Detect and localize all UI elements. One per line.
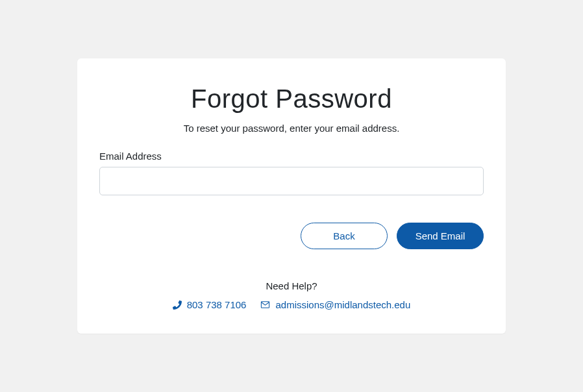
page-subtitle: To reset your password, enter your email… xyxy=(99,123,484,134)
help-phone-text: 803 738 7106 xyxy=(187,299,247,310)
email-label: Email Address xyxy=(99,151,484,162)
help-section: Need Help? 803 738 7106 admissions@midla… xyxy=(99,280,484,310)
help-email-text: admissions@midlandstech.edu xyxy=(275,299,410,310)
envelope-icon xyxy=(260,300,270,310)
back-button[interactable]: Back xyxy=(301,223,388,249)
help-phone-link[interactable]: 803 738 7106 xyxy=(173,299,247,310)
phone-icon xyxy=(173,300,182,310)
send-email-button[interactable]: Send Email xyxy=(397,223,484,249)
help-links: 803 738 7106 admissions@midlandstech.edu xyxy=(99,299,484,310)
forgot-password-card: Forgot Password To reset your password, … xyxy=(77,58,506,334)
email-field[interactable] xyxy=(99,167,484,195)
help-title: Need Help? xyxy=(99,280,484,291)
page-title: Forgot Password xyxy=(99,84,484,114)
help-email-link[interactable]: admissions@midlandstech.edu xyxy=(260,299,410,310)
svg-rect-0 xyxy=(262,302,269,308)
button-row: Back Send Email xyxy=(99,223,484,249)
